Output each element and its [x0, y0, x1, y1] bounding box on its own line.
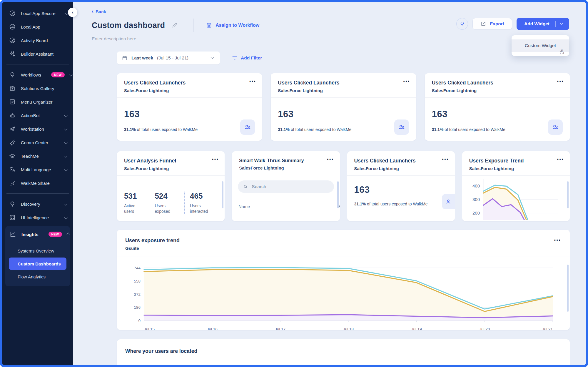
megaphone-icon: [9, 139, 16, 146]
insights-tip-button[interactable]: [456, 18, 468, 30]
scrollbar-thumb[interactable]: [222, 181, 223, 208]
widget-card-user-analysis-funnel: User Analysis Funnel SalesForce Lightnin…: [117, 151, 225, 221]
scrollbar-thumb[interactable]: [567, 265, 569, 312]
sidebar-subitem-flow-analytics[interactable]: Flow Analytics: [9, 270, 66, 283]
search-box[interactable]: [238, 180, 334, 193]
sidebar-item-builder-assistant[interactable]: Builder Assistant: [2, 47, 73, 61]
mini-trend-chart: 400300200: [465, 176, 570, 220]
card-title: Users Clicked Launchers: [432, 80, 563, 86]
svg-text:200: 200: [472, 210, 480, 215]
scrollbar-thumb[interactable]: [567, 181, 569, 208]
sidebar-item-ui-intelligence[interactable]: UI Intelligence: [2, 211, 73, 224]
chevron-down-icon: [211, 56, 214, 59]
sidebar-item-local-app[interactable]: Local App: [2, 20, 73, 34]
dashboard-description-input[interactable]: [92, 36, 215, 41]
sidebar-item-label: Workstation: [21, 127, 44, 132]
sidebar-collapse-button[interactable]: ‹: [68, 8, 77, 17]
gallery-icon: [9, 85, 16, 92]
date-range-select[interactable]: Last week (Jul 15 - Jul 21): [117, 52, 220, 64]
back-label: Back: [96, 9, 106, 14]
gauge-icon: [9, 37, 16, 44]
sidebar-item-insights[interactable]: Insights NEW: [5, 227, 70, 241]
sidebar-subitem-systems-overview[interactable]: Systems Overview: [9, 245, 66, 257]
app-window: ‹ Local App Secure Local App Activity Bo…: [0, 0, 588, 367]
scrollbar-thumb[interactable]: [337, 181, 339, 208]
column-name: Name: [238, 204, 250, 209]
sidebar-item-label: WalkMe Share: [21, 181, 50, 186]
insights-section: Insights NEW Systems Overview Custom Das…: [5, 226, 70, 286]
gauge-icon: [9, 10, 16, 17]
sidebar-item-label: TeachMe: [21, 154, 39, 159]
card-menu-button[interactable]: •••: [442, 157, 449, 162]
date-range-label: Last week: [131, 55, 153, 61]
sidebar-subitem-custom-dashboards[interactable]: Custom Dashboards: [9, 258, 66, 270]
kpi-value: 163: [278, 109, 409, 119]
svg-text:Jul 16: Jul 16: [207, 327, 218, 330]
card-divider: [347, 175, 455, 176]
sidebar-item-label: Comm Center: [21, 140, 48, 145]
widget-card-smart-walkthrus-summary: Smart Walk-Thrus Summary SalesForce Ligh…: [232, 151, 340, 221]
card-menu-button[interactable]: •••: [557, 79, 564, 84]
svg-text:744: 744: [134, 266, 141, 270]
card-menu-button[interactable]: •••: [249, 79, 256, 84]
sidebar-item-label: Activity Board: [21, 38, 48, 43]
chevron-down-icon: [64, 114, 67, 117]
users-icon: [552, 123, 559, 131]
card-title: Smart Walk-Thrus Summary: [239, 158, 333, 163]
svg-text:400: 400: [472, 183, 480, 188]
card-menu-button[interactable]: •••: [403, 79, 410, 84]
chevron-down-icon: [560, 21, 563, 25]
sidebar-item-actionbot[interactable]: ActionBot: [2, 109, 73, 122]
card-title: Users exposure trend: [125, 238, 562, 244]
card-subtitle: Gsuite: [125, 246, 562, 251]
sidebar-item-menu-organizer[interactable]: Menu Organizer: [2, 95, 73, 109]
search-input[interactable]: [252, 184, 328, 189]
chevron-down-icon: [64, 127, 67, 130]
add-widget-button[interactable]: Add Widget: [517, 18, 569, 30]
users-icon-box: [240, 119, 255, 135]
calendar-icon: [122, 55, 128, 61]
svg-text:Jul 19: Jul 19: [411, 327, 422, 330]
header-controls: Export Add Widget: [456, 18, 569, 30]
dropdown-item-custom-widget[interactable]: Custom Widget ☝: [512, 39, 569, 52]
sidebar-item-local-app-secure[interactable]: Local App Secure: [2, 6, 73, 20]
chevron-down-icon: [64, 154, 67, 157]
sidebar-item-teachme[interactable]: TeachMe: [2, 149, 73, 163]
add-widget-dropdown: Custom Widget ☝: [512, 35, 569, 56]
sidebar-item-label: Local App: [21, 24, 40, 29]
sidebar-item-multi-language[interactable]: Multi Language: [2, 163, 73, 176]
card-menu-button[interactable]: •••: [212, 157, 219, 162]
svg-text:186: 186: [134, 305, 141, 310]
card-subtitle: SalesForce Lightning: [278, 88, 409, 93]
back-link[interactable]: ‹ Back: [92, 9, 106, 14]
card-subtitle: SalesForce Lightning: [124, 88, 255, 93]
kpi-caption: 31.1% of total users exposed to WalkMe: [432, 127, 563, 132]
sidebar-divider: [6, 193, 69, 194]
add-filter-button[interactable]: Add Filter: [232, 55, 262, 61]
sidebar-item-comm-center[interactable]: Comm Center: [2, 136, 73, 149]
person-icon-box: [442, 194, 455, 209]
sidebar-item-solutions-gallery[interactable]: Solutions Gallery: [2, 82, 73, 95]
sidebar-item-walkme-share[interactable]: WalkMe Share: [2, 176, 73, 190]
users-icon: [398, 123, 405, 131]
edit-title-button[interactable]: [171, 22, 178, 29]
sidebar-item-discovery[interactable]: Discovery: [2, 197, 73, 211]
users-icon-box: [548, 119, 563, 135]
card-title: Users Clicked Launchers: [278, 80, 409, 86]
export-button[interactable]: Export: [472, 18, 512, 30]
sidebar-item-workstation[interactable]: Workstation: [2, 122, 73, 136]
card-menu-button[interactable]: •••: [554, 238, 561, 243]
card-menu-button[interactable]: •••: [557, 157, 564, 162]
assign-to-workflow-link[interactable]: Assign to Workflow: [206, 22, 259, 29]
sidebar-item-activity-board[interactable]: Activity Board: [2, 34, 73, 47]
export-icon: [480, 21, 486, 27]
card-menu-button[interactable]: •••: [327, 157, 334, 162]
kpi-caption: 31.1% of total users exposed to WalkMe: [354, 202, 448, 206]
sidebar-item-label: Builder Assistant: [21, 52, 54, 57]
add-widget-caret[interactable]: [556, 23, 569, 25]
chevron-down-icon: [64, 141, 67, 144]
svg-text:Jul 18: Jul 18: [343, 327, 354, 330]
svg-text:Jul 17: Jul 17: [275, 327, 285, 330]
person-icon: [445, 198, 452, 205]
sidebar-item-workflows[interactable]: Workflows NEW: [2, 68, 73, 82]
